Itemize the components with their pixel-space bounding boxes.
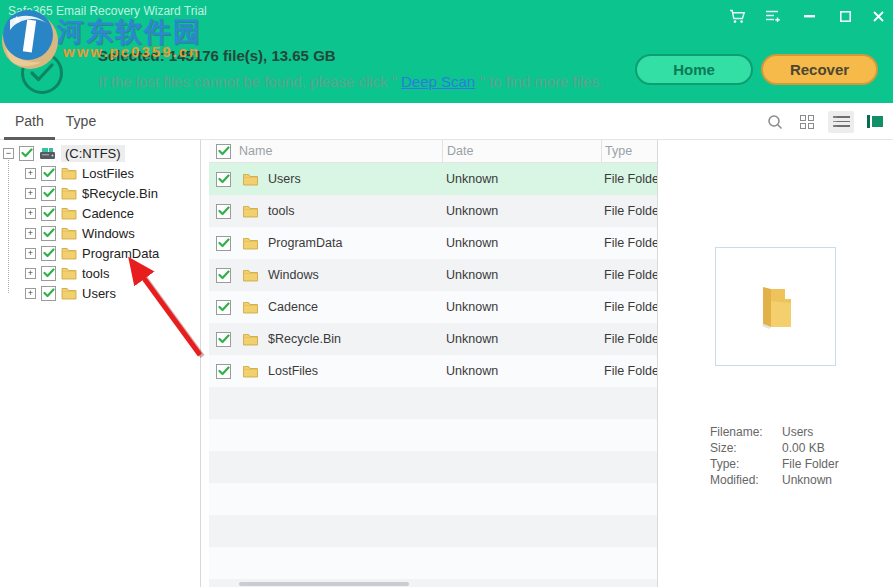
row-checkbox[interactable] — [216, 204, 231, 219]
checkbox[interactable] — [41, 286, 56, 301]
cell-type: File Folder — [601, 236, 657, 250]
tree-item-tools[interactable]: + tools — [0, 263, 200, 283]
folder-icon — [61, 286, 77, 300]
empty-row — [209, 547, 657, 579]
table-row-recycle-bin[interactable]: $Recycle.Bin Unknown File Folder — [209, 323, 657, 355]
expand-icon[interactable]: + — [25, 248, 36, 259]
tree-item-recycle-bin[interactable]: + $Recycle.Bin — [0, 183, 200, 203]
tree-item-label[interactable]: Windows — [82, 226, 135, 241]
column-header-name[interactable]: Name — [209, 140, 442, 162]
expand-icon[interactable]: + — [25, 288, 36, 299]
horizontal-scrollbar[interactable] — [239, 582, 409, 586]
column-header-date[interactable]: Date — [442, 140, 601, 162]
folder-icon — [242, 204, 259, 218]
drive-icon — [39, 147, 56, 160]
tree-item-label[interactable]: LostFiles — [82, 166, 134, 181]
cell-type: File Folder — [601, 364, 657, 378]
preview-panel: Filename: Users Size: 0.00 KB Type: File… — [658, 140, 893, 587]
row-checkbox[interactable] — [216, 364, 231, 379]
row-checkbox[interactable] — [216, 268, 231, 283]
cell-date: Unknown — [442, 364, 601, 378]
tree-item-users[interactable]: + Users — [0, 283, 200, 303]
empty-row — [209, 483, 657, 515]
table-row-tools[interactable]: tools Unknown File Folder — [209, 195, 657, 227]
maximize-button[interactable] — [827, 1, 863, 31]
row-checkbox[interactable] — [216, 172, 231, 187]
list-view-icon[interactable] — [828, 111, 854, 133]
tab-path[interactable]: Path — [4, 103, 55, 140]
folder-icon — [61, 266, 77, 280]
header: Safe365 Email Recovery Wizard Trial — [0, 0, 893, 103]
tree-item-label[interactable]: ProgramData — [82, 246, 159, 261]
tree-item-windows[interactable]: + Windows — [0, 223, 200, 243]
checkbox[interactable] — [41, 166, 56, 181]
file-details: Filename: Users Size: 0.00 KB Type: File… — [710, 424, 839, 488]
row-checkbox[interactable] — [216, 300, 231, 315]
hint-suffix: " to find more files. — [475, 73, 603, 90]
expand-icon[interactable]: + — [25, 228, 36, 239]
folder-preview-icon — [749, 283, 803, 331]
row-checkbox[interactable] — [216, 332, 231, 347]
app-window: Safe365 Email Recovery Wizard Trial — [0, 0, 893, 587]
table-row-windows[interactable]: Windows Unknown File Folder — [209, 259, 657, 291]
checkbox[interactable] — [19, 146, 34, 161]
expand-icon[interactable]: + — [25, 208, 36, 219]
cell-name-block: Cadence — [209, 300, 442, 315]
table-row-lostfiles[interactable]: LostFiles Unknown File Folder — [209, 355, 657, 387]
tree-item-root[interactable]: − (C:NTFS) — [0, 143, 200, 163]
cell-name-block: tools — [209, 204, 442, 219]
tree-item-label[interactable]: $Recycle.Bin — [82, 186, 158, 201]
table-row-cadence[interactable]: Cadence Unknown File Folder — [209, 291, 657, 323]
close-button[interactable] — [863, 1, 893, 31]
detail-label: Size: — [710, 440, 782, 456]
cell-name-block: Users — [209, 172, 442, 187]
detail-value: Unknown — [782, 472, 832, 488]
cell-type: File Folder — [601, 300, 657, 314]
tree-item-programdata[interactable]: + ProgramData — [0, 243, 200, 263]
tree-item-label[interactable]: Cadence — [82, 206, 134, 221]
row-checkbox[interactable] — [216, 236, 231, 251]
checkbox[interactable] — [41, 186, 56, 201]
grid-view-icon[interactable] — [796, 111, 818, 133]
expand-icon[interactable]: + — [25, 268, 36, 279]
folder-icon — [61, 166, 77, 180]
collapse-icon[interactable]: − — [3, 148, 14, 159]
preview-panel-toggle-icon[interactable] — [864, 111, 886, 133]
tree-item-cadence[interactable]: + Cadence — [0, 203, 200, 223]
folder-icon — [242, 300, 259, 314]
empty-row — [209, 451, 657, 483]
folder-icon — [242, 332, 259, 346]
cell-name-block: $Recycle.Bin — [209, 332, 442, 347]
checkbox[interactable] — [41, 206, 56, 221]
folder-icon — [242, 236, 259, 250]
tree-item-label[interactable]: Users — [82, 286, 116, 301]
column-header-type[interactable]: Type — [601, 140, 657, 162]
table-row-users[interactable]: Users Unknown File Folder — [209, 163, 657, 195]
cell-type: File Folder — [601, 204, 657, 218]
table-row-programdata[interactable]: ProgramData Unknown File Folder — [209, 227, 657, 259]
tree-item-label[interactable]: tools — [82, 266, 109, 281]
detail-value: File Folder — [782, 456, 839, 472]
home-button[interactable]: Home — [635, 54, 753, 85]
cell-date: Unknown — [442, 332, 601, 346]
detail-value: 0.00 KB — [782, 440, 825, 456]
expand-icon[interactable]: + — [25, 168, 36, 179]
options-list-icon[interactable] — [755, 1, 791, 31]
tree-item-lostfiles[interactable]: + LostFiles — [0, 163, 200, 183]
tab-type[interactable]: Type — [55, 103, 107, 140]
expand-icon[interactable]: + — [25, 188, 36, 199]
tree-item-label[interactable]: (C:NTFS) — [61, 145, 125, 162]
search-icon[interactable] — [764, 111, 786, 133]
cart-icon[interactable] — [719, 1, 755, 31]
checkbox[interactable] — [41, 226, 56, 241]
deep-scan-link[interactable]: Deep Scan — [401, 73, 475, 90]
select-all-checkbox[interactable] — [216, 144, 231, 159]
detail-label: Modified: — [710, 472, 782, 488]
cell-name-block: Windows — [209, 268, 442, 283]
checkbox[interactable] — [41, 266, 56, 281]
minimize-button[interactable] — [791, 1, 827, 31]
checkbox[interactable] — [41, 246, 56, 261]
recover-button[interactable]: Recover — [761, 54, 878, 85]
folder-icon — [61, 226, 77, 240]
main-content: − (C:NTFS) + — [0, 140, 893, 587]
